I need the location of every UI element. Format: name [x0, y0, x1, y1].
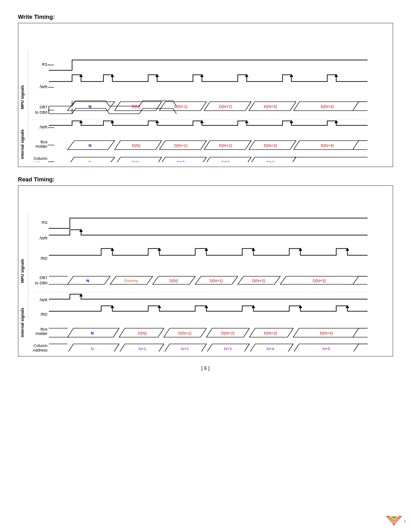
- svg-text:/RD: /RD: [41, 312, 48, 317]
- svg-text:/WR: /WR: [40, 298, 48, 302]
- svg-text:N+2: N+2: [177, 160, 185, 162]
- svg-text:N: N: [86, 279, 90, 283]
- write-timing-title: Write Timing:: [18, 13, 393, 20]
- svg-marker-85: [111, 248, 114, 251]
- svg-text:Y: Y: [393, 523, 395, 527]
- svg-text:/WR: /WR: [40, 85, 48, 89]
- svg-text:Bus: Bus: [40, 140, 47, 144]
- svg-text:Address: Address: [33, 348, 48, 352]
- svg-text:N+4: N+4: [267, 160, 274, 162]
- svg-marker-11: [290, 74, 293, 77]
- svg-text:D(N+1): D(N+1): [178, 331, 191, 335]
- svg-marker-115: [79, 293, 83, 296]
- write-timing-svg: MPU signals RS /WR DB7 to DB0: [18, 28, 385, 162]
- svg-marker-118: [205, 305, 208, 308]
- svg-text:D(N+3): D(N+3): [264, 331, 277, 335]
- svg-text:N: N: [89, 143, 92, 148]
- svg-text:N: N: [91, 347, 94, 351]
- svg-text:N+5: N+5: [323, 347, 330, 351]
- svg-text:Column: Column: [34, 343, 47, 348]
- svg-text:N+4: N+4: [267, 347, 274, 351]
- write-timing-diagram: MPU signals RS /WR DB7 to DB0: [18, 23, 393, 167]
- svg-marker-120: [299, 305, 302, 308]
- read-timing-title: Read Timing:: [18, 176, 393, 183]
- svg-text:RS: RS: [42, 220, 47, 225]
- svg-text:Dummy: Dummy: [124, 279, 138, 283]
- svg-marker-37: [79, 120, 83, 123]
- svg-marker-10: [245, 74, 248, 77]
- svg-text:Holder: Holder: [35, 331, 47, 336]
- svg-text:D(N+2): D(N+2): [252, 279, 265, 283]
- svg-text:MPU signals: MPU signals: [20, 85, 25, 109]
- read-timing-diagram: MPU signals RS /WR /RD DB7 to DB0: [18, 185, 393, 356]
- svg-text:to DB0: to DB0: [35, 281, 47, 285]
- svg-marker-116: [111, 305, 114, 308]
- svg-text:Holder: Holder: [35, 144, 47, 149]
- svg-text:D(N+1): D(N+1): [174, 143, 187, 148]
- svg-marker-90: [346, 248, 349, 251]
- svg-text:N+3: N+3: [222, 160, 230, 162]
- svg-marker-119: [252, 305, 255, 308]
- svg-text:Internal signals: Internal signals: [20, 129, 25, 159]
- svg-text:MPU signals: MPU signals: [20, 259, 25, 283]
- svg-text:D(N): D(N): [170, 279, 178, 283]
- svg-text:D(N+1): D(N+1): [174, 104, 187, 109]
- svg-marker-40: [200, 120, 204, 123]
- svg-marker-38: [111, 120, 114, 123]
- svg-marker-84: [79, 229, 83, 232]
- footer-logo: Y ›: [384, 514, 407, 528]
- svg-text:D(N+4): D(N+4): [320, 331, 333, 335]
- svg-marker-6: [79, 74, 83, 77]
- svg-text:N: N: [91, 331, 94, 335]
- page-number: [ 6 ]: [18, 365, 393, 371]
- svg-text:N+1: N+1: [139, 347, 146, 351]
- svg-marker-9: [200, 74, 204, 77]
- svg-text:D(N+4): D(N+4): [321, 143, 334, 148]
- svg-text:Column: Column: [34, 156, 47, 161]
- read-timing-svg: MPU signals RS /WR /RD DB7 to DB0: [18, 190, 385, 352]
- svg-text:DB7: DB7: [39, 275, 47, 280]
- svg-marker-86: [158, 248, 161, 251]
- svg-text:D(N): D(N): [132, 104, 141, 109]
- svg-marker-88: [252, 248, 255, 251]
- svg-text:N+2: N+2: [181, 347, 189, 351]
- svg-text:D(N+4): D(N+4): [321, 104, 334, 109]
- svg-text:D(N+3): D(N+3): [264, 104, 277, 109]
- svg-text:DB7: DB7: [39, 105, 47, 109]
- svg-marker-7: [111, 74, 114, 77]
- svg-marker-42: [290, 120, 293, 123]
- svg-text:D(N+1): D(N+1): [210, 279, 223, 283]
- svg-text:D(N+2): D(N+2): [219, 143, 232, 148]
- svg-text:D(N+3): D(N+3): [264, 143, 277, 148]
- svg-marker-43: [334, 120, 338, 123]
- svg-marker-12: [334, 74, 338, 77]
- svg-text:N: N: [89, 160, 92, 162]
- svg-text:/RD: /RD: [41, 256, 48, 261]
- svg-marker-39: [155, 120, 159, 123]
- svg-marker-89: [299, 248, 302, 251]
- svg-text:D(N+3): D(N+3): [313, 279, 325, 283]
- svg-text:N: N: [89, 104, 92, 109]
- svg-marker-121: [346, 305, 349, 308]
- svg-text:N+3: N+3: [224, 347, 232, 351]
- svg-text:RS: RS: [42, 62, 47, 67]
- svg-text:/WR: /WR: [40, 236, 48, 240]
- svg-text:Address: Address: [33, 161, 48, 162]
- svg-text:to DB0: to DB0: [35, 110, 47, 115]
- svg-text:/WR: /WR: [40, 125, 48, 129]
- nav-arrow[interactable]: ›: [404, 517, 406, 524]
- svg-marker-117: [158, 305, 161, 308]
- svg-text:N+1: N+1: [133, 160, 140, 162]
- svg-text:D(N): D(N): [132, 143, 141, 148]
- svg-text:D(N+2): D(N+2): [221, 331, 234, 335]
- svg-text:D(N): D(N): [138, 331, 147, 335]
- svg-marker-41: [245, 120, 248, 123]
- svg-text:Internal signals: Internal signals: [20, 308, 25, 337]
- svg-marker-87: [205, 248, 208, 251]
- svg-marker-8: [155, 74, 159, 77]
- svg-text:D(N+2): D(N+2): [219, 104, 232, 109]
- svg-text:Bus: Bus: [40, 327, 47, 331]
